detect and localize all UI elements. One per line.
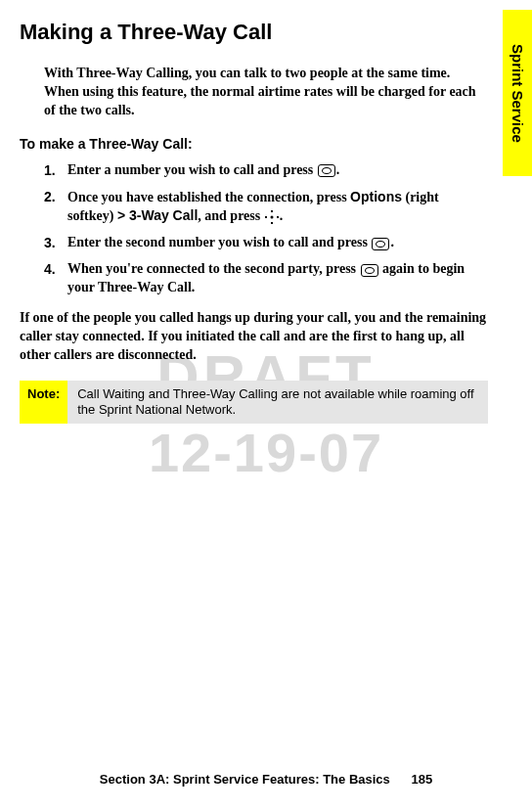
nav-key-icon bbox=[266, 211, 278, 223]
step-3: 3. Enter the second number you wish to c… bbox=[44, 234, 488, 252]
note-box: Note: Call Waiting and Three-Way Calling… bbox=[20, 381, 488, 425]
talk-key-icon bbox=[372, 238, 389, 250]
step-number: 2. bbox=[44, 188, 67, 227]
closing-paragraph: If one of the people you called hangs up… bbox=[20, 309, 488, 365]
step-number: 1. bbox=[44, 161, 67, 180]
steps-list: 1. Enter a number you wish to call and p… bbox=[44, 161, 488, 297]
note-label: Note: bbox=[20, 381, 67, 425]
subheading: To make a Three-Way Call: bbox=[20, 136, 488, 152]
page-title: Making a Three-Way Call bbox=[20, 20, 488, 45]
talk-key-icon bbox=[361, 264, 378, 277]
intro-paragraph: With Three-Way Calling, you can talk to … bbox=[44, 65, 488, 120]
step-text: When you're connected to the second part… bbox=[67, 260, 488, 297]
watermark-date: 12-19-07 bbox=[149, 421, 383, 484]
page-footer: Section 3A: Sprint Service Features: The… bbox=[0, 772, 532, 787]
step-text: Enter the second number you wish to call… bbox=[67, 234, 488, 252]
page-number: 185 bbox=[411, 772, 432, 787]
step-text: Enter a number you wish to call and pres… bbox=[67, 161, 488, 180]
footer-section: Section 3A: Sprint Service Features: The… bbox=[100, 772, 390, 787]
note-text: Call Waiting and Three-Way Calling are n… bbox=[67, 381, 488, 425]
step-number: 3. bbox=[44, 234, 67, 252]
step-number: 4. bbox=[44, 260, 67, 297]
three-way-call-label: > 3-Way Call bbox=[117, 207, 198, 223]
page-content: Making a Three-Way Call With Three-Way C… bbox=[0, 0, 532, 424]
step-text: Once you have established the connection… bbox=[67, 188, 488, 227]
step-2: 2. Once you have established the connect… bbox=[44, 188, 488, 227]
talk-key-icon bbox=[318, 164, 335, 177]
step-1: 1. Enter a number you wish to call and p… bbox=[44, 161, 488, 180]
step-4: 4. When you're connected to the second p… bbox=[44, 260, 488, 297]
options-label: Options bbox=[350, 189, 402, 204]
